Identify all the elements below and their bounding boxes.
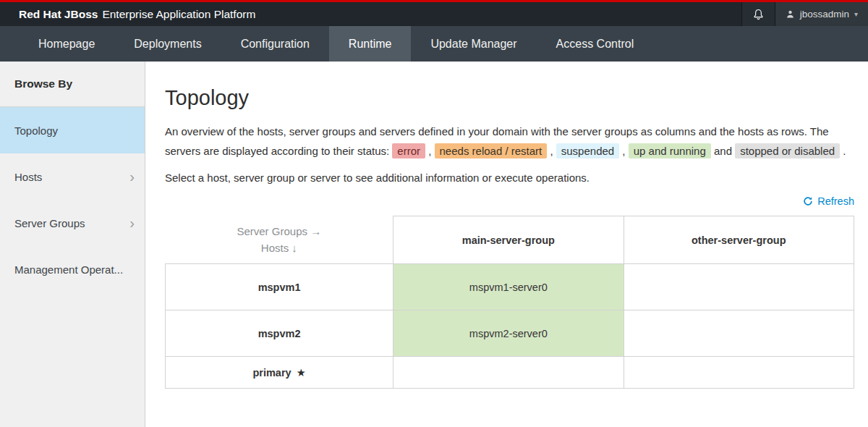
sidebar: Browse By TopologyHosts›Server Groups›Ma… <box>0 62 145 427</box>
nav-item-runtime[interactable]: Runtime <box>329 26 412 62</box>
sidebar-item-topology[interactable]: Topology <box>0 107 145 153</box>
masthead-actions: jbossadmin ▾ <box>741 2 868 26</box>
brand-logo[interactable]: Red Hat JBoss Enterprise Application Pla… <box>19 2 255 26</box>
table-row: primary★ <box>166 357 854 389</box>
main-content: Topology An overview of the hosts, serve… <box>145 62 868 427</box>
sidebar-item-label: Management Operat... <box>14 263 123 276</box>
table-row: mspvm1mspvm1-server0 <box>166 264 854 310</box>
status-badge-error: error <box>392 143 425 158</box>
server-cell-mspvm1-server0[interactable]: mspvm1-server0 <box>393 264 624 310</box>
empty-cell <box>624 264 854 310</box>
brand-bold: Red Hat JBoss <box>19 8 98 21</box>
user-icon <box>786 9 795 19</box>
notifications-button[interactable] <box>741 2 775 26</box>
topology-table: Server Groups → Hosts ↓ main-server-grou… <box>165 216 854 389</box>
host-cell-primary[interactable]: primary★ <box>166 357 393 389</box>
bell-icon <box>753 9 764 20</box>
host-cell-mspvm1[interactable]: mspvm1 <box>166 264 393 310</box>
nav-item-update-manager[interactable]: Update Manager <box>411 26 536 62</box>
column-header-other-server-group[interactable]: other-server-group <box>624 216 854 264</box>
empty-cell <box>624 357 854 389</box>
sidebar-item-server-groups[interactable]: Server Groups› <box>0 200 145 246</box>
sidebar-item-hosts[interactable]: Hosts› <box>0 153 145 200</box>
server-cell-mspvm2-server0[interactable]: mspvm2-server0 <box>393 310 624 357</box>
user-menu[interactable]: jbossadmin ▾ <box>775 2 868 26</box>
sidebar-item-management-operat[interactable]: Management Operat... <box>0 246 145 292</box>
intro-paragraph: An overview of the hosts, server groups … <box>165 122 854 161</box>
nav-item-deployments[interactable]: Deployments <box>114 26 221 62</box>
user-label: jbossadmin <box>800 9 849 20</box>
status-badge-up-and-running: up and running <box>629 143 711 158</box>
host-name: mspvm2 <box>258 328 301 339</box>
corner-server-groups-label: Server Groups → <box>166 223 393 240</box>
table-corner-cell: Server Groups → Hosts ↓ <box>166 216 393 264</box>
sidebar-item-label: Topology <box>14 124 58 137</box>
refresh-icon <box>803 196 813 206</box>
chevron-down-icon: ▾ <box>854 11 858 18</box>
status-badge-needs-reload-restart: needs reload / restart <box>435 143 548 158</box>
corner-hosts-label: Hosts ↓ <box>166 240 393 256</box>
host-cell-mspvm2[interactable]: mspvm2 <box>166 310 393 357</box>
refresh-link[interactable]: Refresh <box>803 195 854 207</box>
column-header-main-server-group[interactable]: main-server-group <box>393 216 624 264</box>
empty-cell <box>624 310 854 357</box>
sidebar-items: TopologyHosts›Server Groups›Management O… <box>0 107 145 292</box>
chevron-right-icon: › <box>129 216 135 230</box>
host-name: primary <box>252 367 291 379</box>
primary-nav: HomepageDeploymentsConfigurationRuntimeU… <box>0 26 868 62</box>
refresh-label: Refresh <box>817 195 854 207</box>
host-name: mspvm1 <box>258 282 301 293</box>
nav-item-access-control[interactable]: Access Control <box>537 26 654 62</box>
domain-controller-star-icon: ★ <box>297 367 306 379</box>
page-title: Topology <box>165 86 854 110</box>
brand-rest: Enterprise Application Platform <box>102 8 255 21</box>
status-badge-stopped-or-disabled: stopped or disabled <box>735 143 840 158</box>
nav-item-homepage[interactable]: Homepage <box>19 26 114 62</box>
masthead: Red Hat JBoss Enterprise Application Pla… <box>0 2 868 26</box>
table-row: mspvm2mspvm2-server0 <box>166 310 854 357</box>
sidebar-item-label: Hosts <box>14 171 42 183</box>
nav-item-configuration[interactable]: Configuration <box>221 26 329 62</box>
topology-table-body: mspvm1mspvm1-server0mspvm2mspvm2-server0… <box>166 264 854 389</box>
table-header-row: Server Groups → Hosts ↓ main-server-grou… <box>166 216 854 264</box>
refresh-row: Refresh <box>165 195 854 209</box>
status-badge-suspended: suspended <box>556 143 619 158</box>
content-area: Browse By TopologyHosts›Server Groups›Ma… <box>0 62 868 427</box>
select-hint: Select a host, server group or server to… <box>165 172 854 184</box>
empty-cell <box>393 357 624 389</box>
sidebar-header: Browse By <box>0 62 145 107</box>
sidebar-item-label: Server Groups <box>14 217 85 229</box>
chevron-right-icon: › <box>129 169 135 184</box>
